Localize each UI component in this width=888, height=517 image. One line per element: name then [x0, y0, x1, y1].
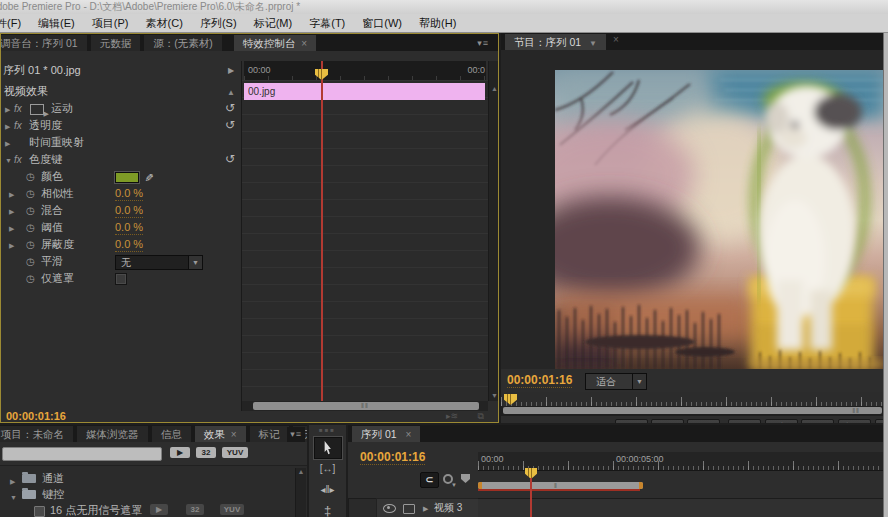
step-forward-button[interactable]: ▏▶ [838, 419, 871, 423]
track-select-tool[interactable]: [↔] [309, 463, 346, 474]
scroll-up-icon[interactable]: ▲ [296, 468, 306, 475]
panel-grip[interactable]: ■■■ [309, 427, 346, 433]
cutoff-value[interactable]: 0.0 % [115, 237, 143, 252]
rolling-edit-tool[interactable]: ‡ [309, 503, 346, 517]
tree-item-channel-folder[interactable]: ▶ 通道 [0, 470, 295, 486]
smoothing-dropdown[interactable]: 无 ▼ [115, 255, 203, 270]
scroll-up-icon[interactable]: ▲ [489, 85, 499, 92]
32bit-badge[interactable]: 32 [196, 447, 216, 458]
work-area-start-handle[interactable] [478, 482, 482, 489]
close-icon[interactable]: × [406, 429, 412, 440]
scrollbar-thumb[interactable]: ‖‖ [253, 402, 479, 410]
threshold-value[interactable]: 0.0 % [115, 220, 143, 235]
collapse-icon[interactable]: ▲ [227, 84, 235, 101]
chevron-down-icon[interactable]: ▼ [589, 39, 597, 48]
stopwatch-icon[interactable]: ◷ [26, 253, 35, 270]
effect-vertical-scrollbar[interactable]: ▲ ▼ [488, 61, 499, 401]
sync-lock-icon[interactable] [403, 504, 415, 514]
close-icon[interactable]: × [613, 34, 619, 45]
stopwatch-icon[interactable]: ◷ [26, 219, 35, 236]
menu-title[interactable]: 字幕(T) [302, 14, 352, 32]
menu-window[interactable]: 窗口(W) [355, 14, 409, 32]
expand-icon[interactable]: ▶ [9, 220, 14, 237]
stopwatch-icon[interactable]: ◷ [26, 202, 35, 219]
close-icon[interactable]: × [231, 429, 237, 440]
effect-timecode[interactable]: 00:00:01:16 [6, 410, 66, 423]
expand-icon[interactable]: ▶ [9, 186, 14, 203]
expand-icon[interactable]: ▶ [9, 203, 14, 220]
program-timecode[interactable]: 00:00:01:16 [507, 373, 572, 388]
panel-menu-icon[interactable]: ▾≡ [287, 427, 305, 442]
effect-row-chroma-key[interactable]: ▼ fx 色度键 ↺ [1, 151, 241, 168]
stopwatch-icon[interactable]: ◷ [26, 270, 35, 287]
fit-dropdown[interactable]: 适合 ▼ [585, 373, 647, 390]
stopwatch-icon[interactable]: ◷ [26, 185, 35, 202]
menu-edit[interactable]: 编辑(E) [31, 14, 82, 32]
reset-icon[interactable]: ↺ [225, 151, 235, 168]
timeline-view-toggle-icon[interactable]: ▶ [228, 61, 234, 80]
color-swatch[interactable] [115, 172, 139, 183]
scroll-down-icon[interactable]: ▼ [489, 392, 499, 399]
expand-icon[interactable]: ▼ [5, 152, 12, 169]
mark-out-button[interactable]: } [687, 419, 720, 423]
goto-in-button[interactable]: {← [728, 419, 761, 423]
tab-sequence-01[interactable]: 序列 01 × [352, 426, 420, 442]
tab-effects[interactable]: 效果× [195, 426, 246, 442]
expand-track-icon[interactable]: ▶ [423, 505, 428, 513]
tab-effect-controls[interactable]: 特效控制台× [234, 35, 316, 51]
tab-project[interactable]: 项目：未命名 [0, 426, 73, 442]
ripple-edit-tool[interactable]: ◂‖▸ [309, 484, 346, 495]
timeline-timecode[interactable]: 00:00:01:16 [360, 450, 425, 465]
play-clip-audio-icon[interactable]: ▸≋ [446, 410, 458, 423]
menu-marker[interactable]: 标记(M) [247, 14, 300, 32]
reset-icon[interactable]: ↺ [225, 100, 235, 117]
tab-audio-mixer[interactable]: 调音台：序列 01 [1, 35, 87, 51]
close-icon[interactable]: × [301, 38, 307, 49]
snap-toggle-icon[interactable]: ⊂ [420, 472, 439, 488]
effects-search-input[interactable] [2, 447, 162, 461]
effect-timeline-ruler[interactable]: 00:00 00:0 [244, 61, 486, 80]
timeline-ruler[interactable]: 00:00 00:00:05:00 [478, 452, 884, 471]
set-marker-icon[interactable] [461, 474, 470, 483]
tab-info[interactable]: 信息 [152, 426, 191, 442]
yuv-badge[interactable]: YUV [222, 447, 248, 458]
work-area-end-handle[interactable] [639, 482, 643, 489]
reset-icon[interactable]: ↺ [225, 117, 235, 134]
blend-value[interactable]: 0.0 % [115, 203, 143, 218]
menu-sequence[interactable]: 序列(S) [193, 14, 244, 32]
menu-help[interactable]: 帮助(H) [412, 14, 463, 32]
expand-icon[interactable]: ▶ [9, 237, 14, 254]
program-ruler[interactable] [501, 392, 884, 406]
add-marker-button[interactable] [615, 419, 648, 423]
effect-row-motion[interactable]: ▶ fx ▶ 运动 ↺ [1, 100, 241, 117]
panel-menu-icon[interactable]: ▾≡ [474, 36, 492, 51]
expand-icon[interactable]: ▶ [5, 135, 10, 152]
tree-vertical-scrollbar[interactable]: ▲ [295, 468, 306, 517]
menu-clip[interactable]: 素材(C) [139, 14, 190, 32]
menu-project[interactable]: 项目(P) [85, 14, 136, 32]
accelerated-effects-badge[interactable]: ▶ [170, 447, 190, 458]
tab-source[interactable]: 源：(无素材) [144, 35, 222, 51]
stopwatch-icon[interactable]: ◷ [26, 168, 35, 185]
chevron-down-icon[interactable]: ▼ [451, 482, 457, 488]
program-scrollbar[interactable]: ‖‖ [501, 406, 884, 415]
group-video-effects[interactable]: 视频效果 ▲ [1, 83, 241, 100]
tab-markers[interactable]: 标记 [250, 426, 289, 442]
clip-bar[interactable]: 00.jpg [244, 83, 485, 100]
stopwatch-icon[interactable]: ◷ [26, 236, 35, 253]
play-button[interactable]: ▶ [801, 419, 834, 423]
eyedropper-icon[interactable]: ✎ [140, 173, 157, 182]
selection-tool[interactable] [314, 437, 342, 459]
menu-file[interactable]: 文件(F) [0, 14, 28, 32]
tree-item-garbage-matte-effect[interactable]: 16 点无用信号遮罩 ▶ 32 YUV [0, 502, 295, 517]
tree-item-keying-folder[interactable]: ▼ 键控 [0, 486, 295, 502]
video3-track-area[interactable] [478, 498, 884, 517]
step-back-button[interactable]: ◀▏ [765, 419, 798, 423]
expand-icon[interactable]: ▶ [5, 118, 10, 135]
mask-only-checkbox[interactable] [115, 273, 127, 285]
toggle-track-output-icon[interactable] [383, 504, 396, 513]
work-area-bar[interactable]: ‖ [478, 482, 643, 489]
tab-program[interactable]: 节目：序列 01 ▼ [505, 34, 606, 50]
effect-row-opacity[interactable]: ▶ fx 透明度 ↺ [1, 117, 241, 134]
tab-metadata[interactable]: 元数据 [91, 35, 141, 51]
